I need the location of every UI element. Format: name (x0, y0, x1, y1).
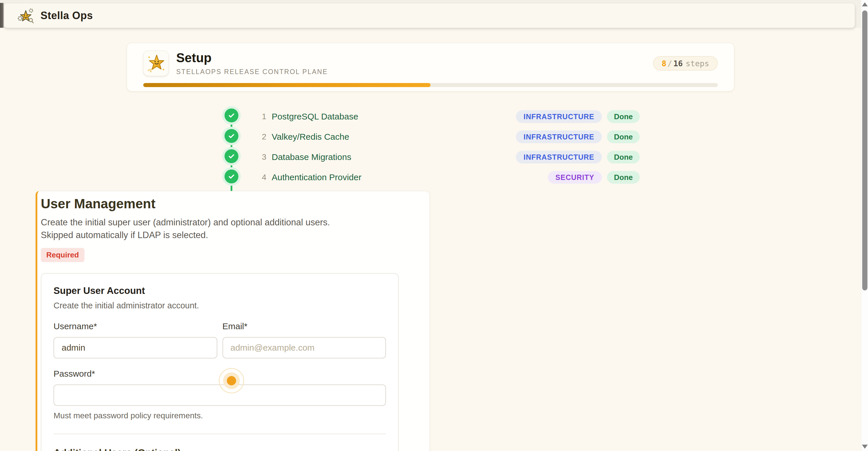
step-row-auth-provider[interactable]: 4 Authentication Provider SECURITY Done (218, 167, 640, 188)
main-content: Setup STELLAOPS RELEASE CONTROL PLANE 8 … (0, 28, 861, 451)
setup-progress-track (143, 83, 718, 87)
step-number: 3 (262, 153, 272, 162)
status-badge: Done (607, 171, 640, 184)
username-input[interactable] (54, 337, 217, 358)
step-row-db-migrations[interactable]: 3 Database Migrations INFRASTRUCTURE Don… (218, 147, 640, 167)
step-2-check-icon (224, 129, 239, 143)
page-subtitle: STELLAOPS RELEASE CONTROL PLANE (176, 68, 328, 76)
step-title: Authentication Provider (272, 172, 361, 182)
step-title: PostgreSQL Database (272, 112, 358, 122)
steps-slash: / (668, 59, 672, 68)
user-management-section: User Management Create the initial super… (36, 191, 430, 451)
category-badge: INFRASTRUCTURE (516, 130, 602, 143)
super-user-subtitle: Create the initial administrator account… (54, 301, 386, 311)
step-title: Database Migrations (272, 152, 351, 162)
section-title: User Management (41, 196, 399, 212)
step-number: 4 (262, 173, 272, 182)
step-row-postgresql[interactable]: 1 PostgreSQL Database INFRASTRUCTURE Don… (218, 106, 640, 127)
password-hint: Must meet password policy requirements. (54, 411, 386, 420)
category-badge: SECURITY (548, 171, 602, 184)
username-label: Username* (54, 321, 217, 331)
stella-ops-logo-icon (17, 7, 35, 24)
email-input[interactable] (222, 337, 386, 358)
page-title: Setup (176, 51, 328, 65)
progress-fill (143, 83, 431, 87)
email-label: Email* (222, 321, 386, 331)
super-user-card: Super User Account Create the initial ad… (41, 273, 399, 451)
scrollbar-thumb[interactable] (862, 10, 867, 290)
section-divider (54, 433, 386, 434)
category-badge: INFRASTRUCTURE (516, 151, 602, 163)
additional-users-title: Additional Users (Optional) (54, 447, 386, 451)
app-title: Stella Ops (40, 9, 93, 22)
steps-list: 1 PostgreSQL Database INFRASTRUCTURE Don… (218, 104, 643, 188)
setup-header-card: Setup STELLAOPS RELEASE CONTROL PLANE 8 … (127, 43, 734, 91)
setup-logo-image (143, 51, 169, 76)
status-badge: Done (607, 151, 640, 163)
step-number: 2 (262, 132, 272, 141)
step-title: Valkey/Redis Cache (272, 132, 349, 142)
section-description: Create the initial super user (administr… (41, 216, 359, 241)
required-badge: Required (41, 248, 85, 262)
app-header-bar: Stella Ops (4, 3, 855, 28)
window-edge-shadow (0, 3, 4, 30)
step-1-check-icon (224, 108, 239, 122)
steps-progress-badge: 8 / 16 steps (653, 56, 718, 71)
step-4-check-icon (224, 169, 239, 184)
super-user-title: Super User Account (54, 285, 386, 296)
steps-suffix: steps (686, 59, 709, 68)
status-badge: Done (607, 130, 640, 143)
steps-total-count: 16 (673, 59, 683, 68)
step-number: 1 (262, 112, 272, 121)
scrollbar-down-arrow-icon[interactable] (862, 445, 868, 449)
status-badge: Done (607, 110, 640, 123)
step-3-check-icon (224, 149, 239, 163)
step-row-valkey-redis[interactable]: 2 Valkey/Redis Cache INFRASTRUCTURE Done (218, 127, 640, 147)
scrollbar-up-arrow-icon[interactable] (862, 2, 868, 6)
category-badge: INFRASTRUCTURE (516, 110, 602, 123)
steps-done-count: 8 (662, 59, 666, 68)
vertical-scrollbar[interactable] (861, 0, 868, 451)
password-input[interactable] (54, 384, 386, 406)
current-step-marker (227, 376, 236, 385)
